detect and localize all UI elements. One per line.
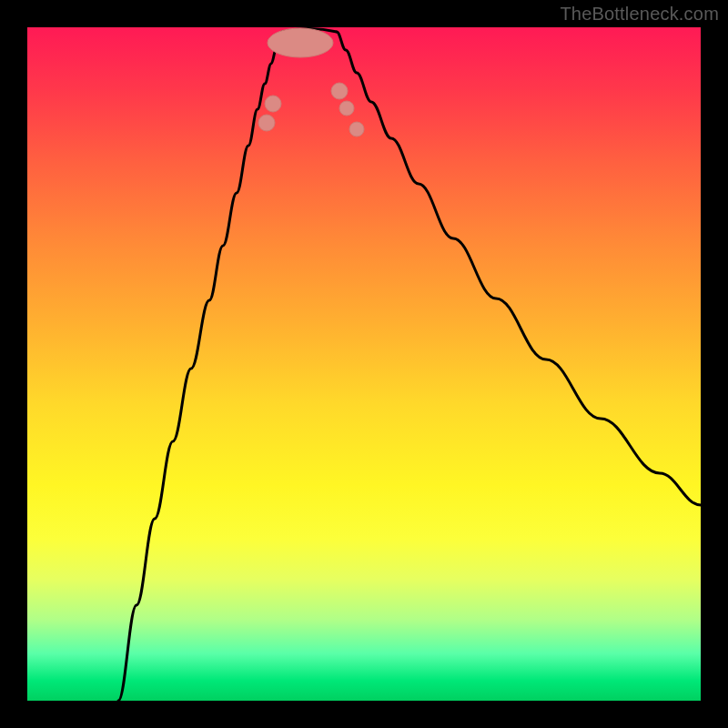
- right-upper-dot: [349, 122, 364, 136]
- curve-right-branch: [337, 32, 701, 505]
- curve-left-branch: [118, 32, 282, 701]
- plot-area: [27, 27, 701, 701]
- curve-layer: [27, 27, 701, 701]
- watermark-text: TheBottleneck.com: [560, 4, 719, 25]
- marker-dots: [258, 28, 364, 136]
- left-mid-dot: [265, 96, 281, 112]
- chart-frame: TheBottleneck.com: [0, 0, 728, 728]
- bottleneck-curves: [118, 29, 701, 702]
- right-lower-dot: [331, 83, 348, 99]
- right-mid-dot: [339, 101, 354, 116]
- left-upper-dot: [258, 115, 275, 131]
- notch-blob: [268, 28, 333, 57]
